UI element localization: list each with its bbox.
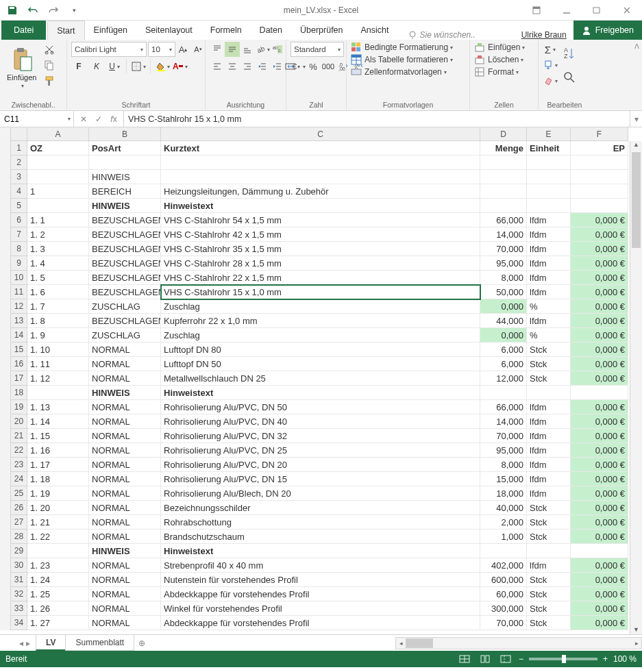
cell[interactable]: Kurztext [161, 141, 480, 155]
cell[interactable]: 66,000 [480, 400, 527, 414]
cell[interactable]: Menge [480, 141, 527, 155]
cell[interactable]: NORMAL [89, 458, 161, 472]
row-header-4[interactable]: 4 [11, 184, 27, 199]
fx-icon[interactable]: fx [107, 114, 121, 124]
insert-cells-button[interactable]: Einfügen▾ [474, 42, 525, 53]
cell[interactable]: NORMAL [89, 515, 161, 530]
select-all-corner[interactable] [11, 127, 27, 141]
cell[interactable]: VHS C-Stahlrohr 22 x 1,5 mm [161, 271, 480, 285]
cell[interactable]: Winkel für vorstehendes Profil [161, 601, 480, 616]
cell[interactable]: NORMAL [89, 472, 161, 486]
percent-icon[interactable]: % [306, 59, 321, 74]
cell[interactable]: 1. 25 [27, 587, 89, 601]
cell[interactable]: lfdm [527, 314, 571, 328]
cell[interactable]: 0,000 € [571, 271, 628, 285]
col-header-B[interactable]: B [89, 127, 161, 141]
cell[interactable]: Stck [527, 501, 571, 515]
cell[interactable]: lfdm [527, 271, 571, 285]
cell[interactable]: lfdm [527, 558, 571, 573]
cell[interactable]: HINWEIS [89, 170, 161, 184]
row-header-6[interactable]: 6 [11, 213, 27, 227]
cell[interactable]: 44,000 [480, 314, 527, 328]
cell[interactable]: VHS C-Stahlrohr 54 x 1,5 mm [161, 213, 480, 227]
cell[interactable]: Stck [527, 371, 571, 386]
cell[interactable]: 70,000 [480, 242, 527, 256]
cell[interactable]: lfdm [527, 242, 571, 256]
cell[interactable]: 66,000 [480, 213, 527, 227]
cell[interactable]: Hinweistext [161, 386, 480, 400]
tell-me[interactable]: Sie wünschen.. [408, 30, 476, 40]
tab-formulas[interactable]: Formeln [201, 21, 251, 40]
cell[interactable]: 1. 20 [27, 501, 89, 515]
cell[interactable]: NORMAL [89, 443, 161, 458]
cell[interactable]: lfdm [527, 443, 571, 458]
cell[interactable]: 1. 12 [27, 371, 89, 386]
cell[interactable]: Hinweistext [161, 544, 480, 558]
row-header-11[interactable]: 11 [11, 285, 27, 299]
cancel-formula-icon[interactable]: ✕ [77, 114, 90, 124]
cell[interactable]: NORMAL [89, 501, 161, 515]
cell[interactable]: 0,000 € [571, 414, 628, 429]
tab-file[interactable]: Datei [1, 21, 46, 40]
cell[interactable]: HINWEIS [89, 544, 161, 558]
cell[interactable]: 2,000 [480, 515, 527, 530]
cell[interactable]: 0,000 € [571, 256, 628, 271]
close-icon[interactable] [612, 0, 642, 21]
cell[interactable]: 14,000 [480, 414, 527, 429]
cell[interactable] [527, 386, 571, 400]
tab-start[interactable]: Start [47, 21, 84, 40]
cell[interactable]: 0,000 € [571, 429, 628, 443]
cell[interactable]: 0,000 € [571, 343, 628, 357]
fill-color-icon[interactable]: ▾ [155, 59, 170, 74]
cell[interactable]: 1. 17 [27, 458, 89, 472]
cell[interactable] [27, 386, 89, 400]
cell[interactable]: Abdeckkappe für vorstehendes Profil [161, 616, 480, 630]
cell[interactable]: Nutenstein für vorstehendes Profil [161, 573, 480, 587]
cell[interactable]: Lufttopf DN 80 [161, 343, 480, 357]
row-header-20[interactable]: 20 [11, 414, 27, 429]
row-header-14[interactable]: 14 [11, 328, 27, 343]
sheet-tab-summenblatt[interactable]: Summenblatt [65, 635, 134, 651]
cell[interactable]: Stck [527, 357, 571, 371]
row-header-15[interactable]: 15 [11, 343, 27, 357]
zoom-level[interactable]: 100 % [613, 654, 637, 664]
cell[interactable]: 0,000 € [571, 371, 628, 386]
cell[interactable]: 0,000 € [571, 227, 628, 242]
cell[interactable]: 0,000 € [571, 213, 628, 227]
cell[interactable]: 1,000 [480, 530, 527, 544]
cell[interactable]: 70,000 [480, 429, 527, 443]
sheet-tab-lv[interactable]: LV [36, 635, 66, 651]
align-middle-icon[interactable] [225, 42, 240, 57]
user-name[interactable]: Ulrike Braun [515, 30, 573, 40]
row-header-30[interactable]: 30 [11, 558, 27, 573]
cell[interactable]: 0,000 € [571, 530, 628, 544]
cell[interactable]: 0,000 € [571, 357, 628, 371]
cell[interactable]: Stck [527, 515, 571, 530]
zoom-out-icon[interactable]: − [519, 654, 523, 664]
font-name-combo[interactable]: Calibri Light▾ [71, 42, 147, 57]
cell[interactable]: NORMAL [89, 530, 161, 544]
new-sheet-icon[interactable]: ⊕ [134, 638, 150, 648]
cell[interactable]: % [527, 328, 571, 343]
autosum-icon[interactable]: Σ▾ [543, 42, 558, 57]
tab-view[interactable]: Ansicht [352, 21, 398, 40]
cell[interactable]: Rohrisolierung Alu/Blech, DN 20 [161, 486, 480, 501]
cell[interactable]: VHS C-Stahlrohr 15 x 1,0 mm [161, 285, 480, 299]
cell[interactable] [27, 199, 89, 213]
horizontal-scrollbar[interactable]: ◂▸ [395, 637, 642, 649]
cell[interactable]: HINWEIS [89, 199, 161, 213]
normal-view-icon[interactable] [457, 653, 472, 665]
cell[interactable]: Stck [527, 530, 571, 544]
border-icon[interactable]: ▾ [131, 59, 146, 74]
decrease-indent-icon[interactable] [255, 59, 270, 74]
row-header-32[interactable]: 32 [11, 587, 27, 601]
cell[interactable]: Stck [527, 587, 571, 601]
cell[interactable]: NORMAL [89, 486, 161, 501]
row-header-27[interactable]: 27 [11, 515, 27, 530]
cell[interactable]: 0,000 € [571, 558, 628, 573]
align-center-icon[interactable] [225, 59, 240, 74]
cell[interactable]: BEZUSCHLAGEN [89, 256, 161, 271]
cell[interactable] [527, 170, 571, 184]
cell[interactable] [527, 184, 571, 199]
row-header-23[interactable]: 23 [11, 458, 27, 472]
